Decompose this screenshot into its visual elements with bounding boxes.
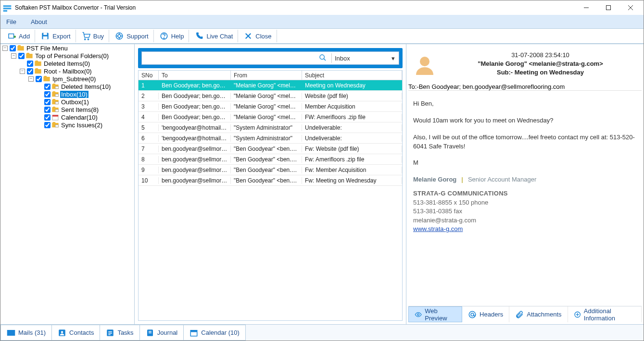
tree-checkbox[interactable] [10, 45, 16, 51]
menu-bar: File About [0, 15, 644, 28]
tree-checkbox[interactable] [44, 84, 51, 90]
mail-folder-icon [51, 106, 59, 113]
tree-checkbox[interactable] [27, 68, 33, 74]
table-row[interactable]: 4Ben Goodyear; ben.goodye..."Melanie Gor… [139, 112, 402, 122]
collapse-toggle[interactable]: − [28, 76, 34, 82]
mail-folder-icon [51, 98, 59, 106]
grid-header: SNo To From Subject [139, 71, 402, 80]
footer-tab-journal[interactable]: Journal [139, 325, 184, 341]
preview-from: "Melanie Gorog" <melanie@strata-g.com> [441, 60, 640, 67]
eye-icon [415, 310, 422, 319]
tree-checkbox[interactable] [36, 76, 42, 82]
sig-email: melanie@strata-g.com [413, 216, 637, 225]
cell-subject: Fw: Member Acquisition [302, 167, 402, 173]
buy-button[interactable]: Buy [77, 30, 109, 42]
tree-label[interactable]: Sent Items(8) [60, 106, 100, 113]
folder-tree[interactable]: − PST File Menu − Top of Personal Folder… [0, 44, 135, 324]
livechat-button[interactable]: Live Chat [190, 30, 238, 42]
tree-checkbox[interactable] [44, 107, 51, 113]
menu-about[interactable]: About [28, 17, 50, 26]
col-subject[interactable]: Subject [302, 71, 402, 80]
help-button[interactable]: Help [155, 30, 189, 42]
tab-headers[interactable]: Headers [462, 306, 509, 322]
search-input[interactable] [142, 55, 314, 62]
tree-label[interactable]: Calendar(10) [60, 114, 99, 121]
tree-checkbox[interactable] [44, 91, 51, 97]
table-row[interactable]: 10ben.goodyear@sellmorefloo..."Ben Goody… [139, 175, 402, 186]
cell-from: "Melanie Gorog" <melanie... [231, 103, 302, 110]
cell-from: "System Administrator" [231, 135, 302, 142]
cell-to: ben.goodyear@sellmorefloo... [159, 167, 231, 173]
tree-label[interactable]: Deleted Items(0) [43, 60, 91, 67]
tab-attachments[interactable]: Attachments [509, 306, 568, 322]
footer-tab-tasks[interactable]: Tasks [100, 325, 139, 341]
cell-subject: Undeliverable: [302, 135, 402, 142]
tab-web-preview[interactable]: Web Preview [408, 306, 462, 322]
cell-subject: Website (pdf file) [302, 93, 402, 99]
cell-from: "Ben Goodyear" <ben.good... [231, 156, 302, 163]
collapse-toggle[interactable]: − [20, 69, 25, 74]
tree-checkbox[interactable] [44, 114, 51, 121]
menu-file[interactable]: File [3, 17, 19, 26]
tree-label[interactable]: Sync Issues(2) [60, 122, 103, 129]
add-button[interactable]: Add [2, 30, 35, 42]
tree-checkbox[interactable] [18, 53, 25, 59]
svg-rect-12 [43, 37, 48, 39]
table-row[interactable]: 9ben.goodyear@sellmorefloo..."Ben Goodye… [139, 165, 402, 175]
minimize-button[interactable] [575, 0, 597, 15]
cell-to: Ben Goodyear; ben.goodye... [159, 82, 231, 89]
preview-body[interactable]: Hi Ben, Would 10am work for you to meet … [408, 90, 642, 306]
cell-from: "Ben Goodyear" <ben.good... [231, 177, 302, 184]
close-button[interactable]: Close [239, 30, 277, 42]
footer-tab-mails[interactable]: Mails (31) [0, 325, 52, 341]
calendar-icon [51, 113, 59, 121]
sig-url[interactable]: www.strata-g.com [413, 225, 463, 232]
cell-sno: 2 [139, 93, 159, 99]
table-row[interactable]: 2Ben Goodyear; ben.goodye..."Melanie Gor… [139, 91, 402, 101]
svg-point-35 [417, 314, 419, 316]
tree-label[interactable]: Ipm_Subtree(0) [51, 75, 97, 83]
cell-to: Ben Goodyear; ben.goodye... [159, 114, 231, 121]
tree-label-inbox[interactable]: Inbox(10) [60, 91, 88, 98]
folder-icon [25, 52, 33, 60]
tree-label[interactable]: Top of Personal Folders(0) [34, 52, 110, 60]
at-icon [468, 310, 477, 319]
tree-label[interactable]: Outbox(1) [60, 98, 90, 106]
window-title: Softaken PST Mailbox Convertor - Trial V… [15, 4, 575, 11]
table-row[interactable]: 7ben.goodyear@sellmorefloo..."Ben Goodye… [139, 144, 402, 154]
chevron-down-icon[interactable]: ▾ [387, 55, 399, 62]
svg-rect-27 [55, 102, 59, 104]
tree-label[interactable]: Deleted Items(10) [60, 83, 112, 90]
search-icon[interactable] [314, 54, 331, 63]
close-window-button[interactable] [619, 0, 642, 15]
export-button[interactable]: Export [36, 30, 76, 42]
tree-label[interactable]: Root - Mailbox(0) [43, 68, 93, 75]
close-icon [244, 32, 253, 40]
footer-tab-contacts[interactable]: Contacts [51, 325, 100, 341]
search-container: Inbox ▾ [138, 48, 403, 68]
help-icon [160, 32, 168, 40]
table-row[interactable]: 3Ben Goodyear; ben.goodye..."Melanie Gor… [139, 101, 402, 112]
col-sno[interactable]: SNo [139, 71, 159, 80]
folder-select[interactable]: Inbox [332, 55, 387, 62]
preview-date: 31-07-2008 23:54:10 [441, 51, 640, 59]
tree-checkbox[interactable] [44, 122, 51, 128]
support-button[interactable]: Support [110, 30, 154, 42]
table-row[interactable]: 1Ben Goodyear; ben.goodye..."Melanie Gor… [139, 80, 402, 91]
col-to[interactable]: To [159, 71, 231, 80]
col-from[interactable]: From [231, 71, 302, 80]
mail-folder-icon [51, 121, 59, 129]
tree-checkbox[interactable] [44, 99, 51, 105]
tab-additional-info[interactable]: Additional Information [568, 306, 642, 322]
tree-checkbox[interactable] [27, 61, 33, 67]
table-row[interactable]: 6'bengoodyear@hotmail.com'"System Admini… [139, 133, 402, 144]
collapse-toggle[interactable]: − [2, 46, 8, 51]
tree-label[interactable]: PST File Menu [25, 45, 69, 52]
table-row[interactable]: 8ben.goodyear@sellmorefloo..."Ben Goodye… [139, 154, 402, 165]
footer-tab-calendar[interactable]: Calendar (10) [183, 325, 246, 341]
svg-rect-0 [3, 5, 12, 7]
table-row[interactable]: 5'bengoodyear@hotmail.com'"System Admini… [139, 122, 402, 133]
cell-sno: 4 [139, 114, 159, 121]
maximize-button[interactable] [597, 0, 619, 15]
collapse-toggle[interactable]: − [11, 53, 16, 59]
